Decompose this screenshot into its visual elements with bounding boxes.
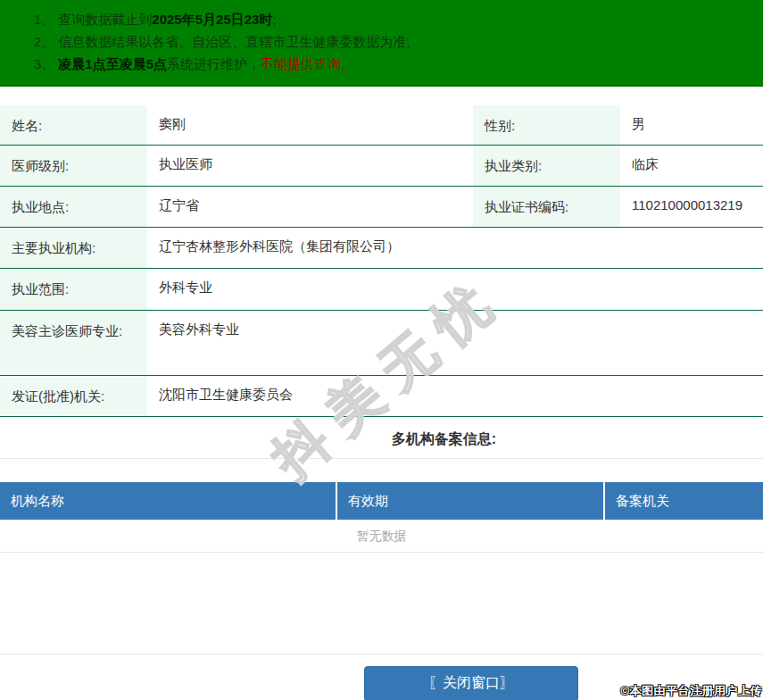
field-label-practice-scope: 执业范围: — [0, 268, 147, 310]
field-value-certificate-number: 110210000013219 — [620, 186, 763, 227]
field-label-issuing-authority: 发证(批准)机关: — [0, 375, 147, 416]
platform-copyright-watermark: ©本图由平台注册用户上传 — [620, 683, 762, 699]
notice-number: 2、 — [34, 30, 54, 53]
field-label-certificate-number: 执业证书编码: — [473, 186, 620, 227]
notice-number: 1、 — [34, 8, 54, 30]
field-value-doctor-level: 执业医师 — [147, 145, 473, 186]
field-label-name: 姓名: — [0, 105, 147, 145]
table-row: 姓名: 窦刚 性别: 男 — [0, 105, 763, 145]
close-window-button[interactable]: 〖关闭窗口〗 — [364, 666, 578, 700]
field-value-cosmetic-specialty: 美容外科专业 — [147, 310, 763, 375]
notice-line-3: 3、凌晨1点至凌晨5点系统进行维护，不能提供查询。 — [34, 53, 754, 75]
field-value-practice-location: 辽宁省 — [147, 186, 473, 227]
field-value-practice-category: 临床 — [620, 145, 763, 186]
field-label-practice-category: 执业类别: — [473, 145, 620, 186]
notice-text: ; — [272, 12, 276, 27]
table-row: 执业地点: 辽宁省 执业证书编码: 110210000013219 — [0, 186, 763, 227]
field-value-practice-scope: 外科专业 — [147, 268, 763, 310]
table-row: 医师级别: 执业医师 执业类别: 临床 — [0, 145, 763, 186]
field-label-cosmetic-specialty: 美容主诊医师专业: — [0, 310, 147, 375]
field-value-gender: 男 — [620, 105, 763, 145]
field-label-practice-location: 执业地点: — [0, 186, 147, 227]
notice-maintenance-window: 凌晨1点至凌晨5点 — [58, 56, 167, 71]
column-header-institution-name: 机构名称 — [0, 482, 337, 520]
divider — [0, 458, 763, 459]
divider — [0, 654, 763, 654]
table-row: 美容主诊医师专业: 美容外科专业 — [0, 310, 763, 375]
notice-line-2: 2、信息数据结果以各省、自治区、直辖市卫生健康委数据为准; — [34, 30, 754, 53]
table-row: 发证(批准)机关: 沈阳市卫生健康委员会 — [0, 375, 763, 416]
column-header-validity-period: 有效期 — [337, 482, 605, 520]
field-label-gender: 性别: — [473, 105, 620, 145]
notice-text: 信息数据结果以各省、自治区、直辖市卫生健康委数据为准; — [58, 34, 410, 49]
field-value-issuing-authority: 沈阳市卫生健康委员会 — [147, 375, 763, 416]
empty-data-placeholder: 暂无数据 — [0, 520, 763, 553]
field-label-doctor-level: 医师级别: — [0, 145, 147, 186]
query-result-page: 1、查询数据截止到2025年5月25日23时; 2、信息数据结果以各省、自治区、… — [0, 0, 763, 700]
notice-text: 系统进行维护， — [167, 56, 261, 71]
table-row: 执业范围: 外科专业 — [0, 268, 763, 310]
notice-banner: 1、查询数据截止到2025年5月25日23时; 2、信息数据结果以各省、自治区、… — [0, 0, 763, 87]
practitioner-info-table: 姓名: 窦刚 性别: 男 医师级别: 执业医师 执业类别: 临床 执业地点: 辽… — [0, 105, 763, 417]
multi-org-table: 机构名称 有效期 备案机关 暂无数据 — [0, 482, 763, 553]
notice-line-1: 1、查询数据截止到2025年5月25日23时; — [34, 8, 754, 30]
notice-deadline: 2025年5月25日23时 — [152, 12, 272, 27]
column-header-record-authority: 备案机关 — [605, 482, 761, 520]
field-label-main-institution: 主要执业机构: — [0, 227, 147, 268]
field-value-main-institution: 辽宁杏林整形外科医院（集团有限公司） — [147, 227, 763, 268]
section-title-text: 多机构备案信息: — [392, 430, 496, 449]
notice-warning-red: 不能提供查询。 — [261, 56, 354, 71]
multi-org-table-header: 机构名称 有效期 备案机关 — [0, 482, 763, 520]
multi-org-section-title: 多机构备案信息: — [0, 430, 763, 449]
table-row: 主要执业机构: 辽宁杏林整形外科医院（集团有限公司） — [0, 227, 763, 268]
notice-text: 查询数据截止到 — [58, 12, 152, 27]
field-value-name: 窦刚 — [147, 105, 473, 145]
notice-number: 3、 — [34, 53, 54, 75]
